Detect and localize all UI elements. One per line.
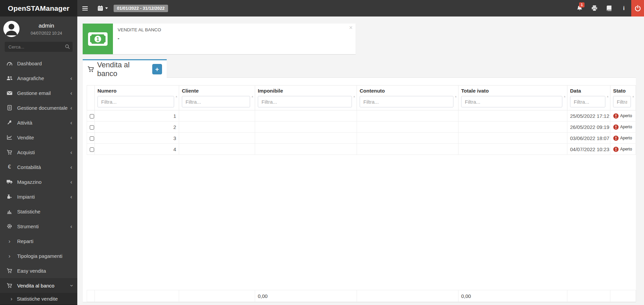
column-label: Stato [613,88,631,94]
euro-icon: € [6,164,13,170]
chevron-left-icon: ‹ [70,105,72,111]
calendar-dropdown-button[interactable] [93,0,111,16]
sidebar-item-attivita[interactable]: Attività ‹ [0,115,77,130]
cell-cliente [179,122,255,133]
exclamation-circle-icon [613,146,619,152]
cell-imponibile [255,110,357,122]
column-label: Data [570,88,605,94]
vendite-al-banco-widget[interactable]: 1 VENDITE AL BANCO - × [83,24,356,54]
notification-count-badge: 1 [579,2,585,7]
table-row[interactable]: 4 04/07/2022 10:23 Aperto [87,144,636,155]
avatar[interactable] [3,21,19,37]
date-range-badge[interactable]: 01/01/2022 - 31/12/2022 [114,5,168,12]
sidebar-item-label: Strumenti [17,224,39,229]
tab-vendita-al-banco[interactable]: Vendita al banco + [83,59,167,78]
sidebar-item-vendite[interactable]: Vendite ‹ [0,130,77,145]
sidebar-item-strumenti[interactable]: Strumenti ‹ [0,219,77,234]
search-input[interactable] [5,42,73,52]
sidebar-item-contabilita[interactable]: € Contabilità ‹ [0,160,77,174]
sort-icon[interactable]: ▲ [606,95,609,98]
sidebar-item-label: Statistiche vendite [17,296,58,302]
logout-button[interactable] [631,0,644,16]
row-checkbox-cell [87,122,95,133]
table-row[interactable]: 1 25/05/2022 17:12 Aperto [87,110,636,122]
sidebar-item-reparti[interactable]: › Reparti [0,234,77,248]
column-header-numero[interactable]: Numero ▲ [95,86,179,110]
column-header-data[interactable]: Data ▲ [567,86,610,110]
cell-contenuto [357,110,458,122]
footer-cell-numero [95,290,179,302]
sidebar-item-easy-vendita[interactable]: Easy vendita [0,263,77,278]
sidebar-item-statistiche[interactable]: Statistiche [0,204,77,219]
cart-icon [6,283,13,288]
sort-icon[interactable]: ▲ [454,95,457,98]
cell-totale-ivato [458,144,567,155]
sidebar-item-vendita-al-banco[interactable]: Vendita al banco ‹ [0,278,77,293]
filter-input-contenuto[interactable] [360,96,453,107]
cell-data: 25/05/2022 17:12 [567,110,610,122]
filter-input-imponibile[interactable] [258,96,352,107]
search-icon[interactable] [65,44,70,49]
sort-icon[interactable]: ▲ [251,95,254,98]
sidebar-item-magazzino[interactable]: Magazzino ‹ [0,174,77,189]
sidebar-item-label: Gestione email [17,90,51,96]
row-checkbox[interactable] [90,147,94,152]
cell-contenuto [357,133,458,144]
filter-input-data[interactable] [570,96,605,107]
close-icon[interactable]: × [349,24,353,32]
add-record-button[interactable]: + [152,64,162,74]
sort-icon[interactable]: ▲ [175,95,178,98]
info-button[interactable]: i [616,0,631,16]
column-header-cliente[interactable]: Cliente ▲ [179,86,255,110]
sidebar-item-acquisti[interactable]: Acquisti ‹ [0,145,77,160]
status-badge: Aperto [613,113,633,119]
sidebar-item-tipologia-pagamenti[interactable]: › Tipologia pagamenti [0,248,77,263]
row-checkbox[interactable] [90,114,94,118]
docs-button[interactable] [602,0,616,16]
chevron-right-icon: › [6,238,13,244]
sort-icon[interactable]: ▲ [563,95,566,98]
row-checkbox[interactable] [90,136,94,141]
footer-cell-imponibile: 0,00 [255,290,357,302]
row-checkbox[interactable] [90,125,94,130]
cell-data: 03/06/2022 18:07 [567,133,610,144]
status-badge: Aperto [613,146,633,152]
filter-input-cliente[interactable] [182,96,250,107]
widget-title: VENDITE AL BANCO [118,27,351,32]
user-last-access: 04/07/2022 10:24 [19,31,73,36]
sidebar-item-statistiche-vendite[interactable]: › Statistiche vendite [0,293,77,304]
chevron-left-icon: ‹ [70,194,72,200]
user-info: admin 04/07/2022 10:24 [19,23,73,36]
table-footer-row: 0,00 0,00 [87,290,636,302]
sort-icon[interactable]: ▲ [353,95,356,98]
footer-cell-cliente [179,290,255,302]
table-row[interactable]: 2 26/05/2022 09:19 Aperto [87,122,636,133]
sidebar-item-gestione-email[interactable]: Gestione email ‹ [0,86,77,100]
column-header-totale-ivato[interactable]: Totale ivato ▲ [458,86,567,110]
cell-totale-ivato [458,110,567,122]
filter-input-stato[interactable] [613,96,631,107]
sidebar-item-label: Tipologia pagamenti [17,253,63,259]
table-row[interactable]: 3 03/06/2022 18:07 Aperto [87,133,636,144]
gauge-icon [6,61,13,66]
cell-imponibile [255,122,357,133]
top-nav: 01/01/2022 - 31/12/2022 1 i [77,0,644,16]
sidebar-item-dashboard[interactable]: Dashboard [0,56,77,71]
calendar-icon [97,5,103,11]
filter-input-totale-ivato[interactable] [461,96,562,107]
filter-input-numero[interactable] [97,96,174,107]
column-header-imponibile[interactable]: Imponibile ▲ [255,86,357,110]
sidebar-item-impianti[interactable]: Impianti ‹ [0,189,77,204]
print-button[interactable] [587,0,602,16]
sidebar-item-gestione-documentale[interactable]: Gestione documentale ‹ [0,100,77,115]
chevron-left-icon: ‹ [70,149,72,155]
cell-cliente [179,144,255,155]
notifications-button[interactable]: 1 [572,0,587,16]
sidebar-item-anagrafiche[interactable]: Anagrafiche ‹ [0,71,77,86]
sort-icon[interactable]: ▲ [632,95,635,98]
menu-toggle-button[interactable] [77,0,93,16]
column-header-contenuto[interactable]: Contenuto ▲ [357,86,458,110]
app-logo[interactable]: OpenSTAManager [0,0,77,16]
column-header-stato[interactable]: Stato ▲ [610,86,636,110]
line-chart-icon [6,135,13,140]
